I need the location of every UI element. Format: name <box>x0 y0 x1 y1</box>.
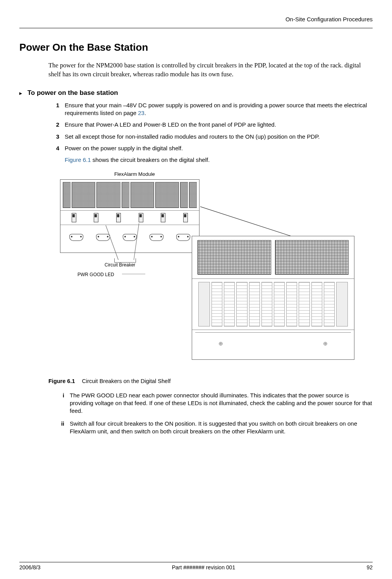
step-3: 3 Set all except those for non-installed… <box>48 133 373 141</box>
figure-number: Figure 6.1 <box>48 378 75 384</box>
step-4-extra-text: shows the circuit breakers on the digita… <box>91 156 210 163</box>
page-title: Power On the Base Station <box>19 41 373 54</box>
circuit-breaker-switch <box>72 213 76 222</box>
substep-i: i The PWR GOOD LED near each power conne… <box>55 392 373 415</box>
flexalarm-module-label: FlexAlarm Module <box>114 171 155 178</box>
circuit-breaker-switch <box>139 213 143 222</box>
fa-side-block <box>63 182 70 208</box>
serial-port <box>96 234 110 241</box>
circuit-breaker-label: Circuit Breaker <box>105 262 135 268</box>
chassis-top-modules <box>192 236 354 279</box>
step-number: 1 <box>48 101 65 117</box>
step-1-pre: Ensure that your main –48V DC power supp… <box>65 102 367 116</box>
module-card <box>275 240 349 275</box>
figure-caption-text: Circuit Breakers on the Digital Shelf <box>82 378 171 384</box>
circuit-breaker-switch <box>161 213 165 222</box>
substep-number: i <box>55 392 70 415</box>
fa-block <box>155 182 179 208</box>
fa-side-block <box>189 182 197 208</box>
step-text: Set all except those for non-installed r… <box>65 133 373 141</box>
substep-ii: ii Switch all four circuit breakers to t… <box>55 420 373 436</box>
substep-text: The PWR GOOD LED near each power connect… <box>70 392 373 415</box>
step-1-post: . <box>144 110 146 116</box>
procedure-heading: ▸ To power on the base station <box>19 89 373 98</box>
substep-text: Switch all four circuit breakers to the … <box>70 420 373 436</box>
substep-number: ii <box>55 420 70 436</box>
fa-block <box>96 182 120 208</box>
triangle-right-icon: ▸ <box>19 90 26 97</box>
card-slot <box>274 282 285 326</box>
card-slot <box>236 282 247 326</box>
serial-port <box>176 234 190 241</box>
intro-paragraph: The power for the NPM2000 base station i… <box>48 61 373 79</box>
step-number: 3 <box>48 133 65 141</box>
step-2: 2 Ensure that Power-A LED and Power-B LE… <box>48 121 373 129</box>
running-header: On-Site Configuration Procedures <box>19 15 373 25</box>
step-4: 4 Power on the power supply in the digit… <box>48 144 373 164</box>
fa-block <box>180 182 188 208</box>
page-ref-link[interactable]: 23 <box>138 110 144 116</box>
fa-block <box>131 182 154 208</box>
procedure-substeps: i The PWR GOOD LED near each power conne… <box>55 392 373 435</box>
step-1: 1 Ensure that your main –48V DC power su… <box>48 101 373 117</box>
circuit-breaker-switch <box>183 213 188 222</box>
figure-ref-link[interactable]: Figure 6.1 <box>65 156 91 163</box>
flexalarm-breaker-row <box>60 211 199 225</box>
chassis-slot-row <box>192 279 354 330</box>
procedure-heading-text: To power on the base station <box>28 89 118 96</box>
card-slot <box>261 282 272 326</box>
step-number: 2 <box>48 121 65 129</box>
digital-shelf-chassis: ⊕ ⊕ <box>192 236 354 360</box>
flexalarm-panel <box>60 179 199 253</box>
serial-port <box>69 234 83 241</box>
flexalarm-port-row <box>60 225 199 250</box>
screw-icon: ⊕ <box>323 340 328 347</box>
fa-block <box>122 182 129 208</box>
figure-6-1: FlexAlarm Module <box>56 171 373 372</box>
card-slot <box>286 282 297 326</box>
pwr-good-led-label: PWR GOOD LED <box>77 271 114 278</box>
flexalarm-top-row <box>60 180 199 211</box>
card-slot <box>211 282 222 326</box>
procedure-steps: 1 Ensure that your main –48V DC power su… <box>48 101 373 164</box>
step-number: 4 <box>48 144 65 164</box>
screw-icon: ⊕ <box>218 340 223 347</box>
header-rule <box>19 28 373 28</box>
card-slot <box>224 282 235 326</box>
chassis-tray: ⊕ ⊕ <box>195 332 351 354</box>
serial-port <box>150 234 163 241</box>
circuit-breaker-switch <box>116 213 121 222</box>
card-slot <box>324 282 335 326</box>
step-text: Ensure that your main –48V DC power supp… <box>65 101 373 117</box>
circuit-breaker-switch <box>94 213 98 222</box>
figure-caption: Figure 6.1 Circuit Breakers on the Digit… <box>48 378 373 385</box>
step-text: Ensure that Power-A LED and Power-B LED … <box>65 121 373 129</box>
fa-block <box>72 182 95 208</box>
side-slot <box>198 282 210 326</box>
figure-illustration: FlexAlarm Module <box>56 171 351 372</box>
card-slot <box>249 282 260 326</box>
step-4-figure-line: Figure 6.1 shows the circuit breakers on… <box>65 156 373 164</box>
step-text: Power on the power supply in the digital… <box>65 144 373 164</box>
side-slot <box>336 282 348 326</box>
card-slot <box>311 282 322 326</box>
callout-line <box>122 274 145 274</box>
step-4-main: Power on the power supply in the digital… <box>65 145 183 151</box>
serial-port <box>123 234 137 241</box>
card-slot <box>299 282 309 326</box>
module-card <box>198 240 271 275</box>
